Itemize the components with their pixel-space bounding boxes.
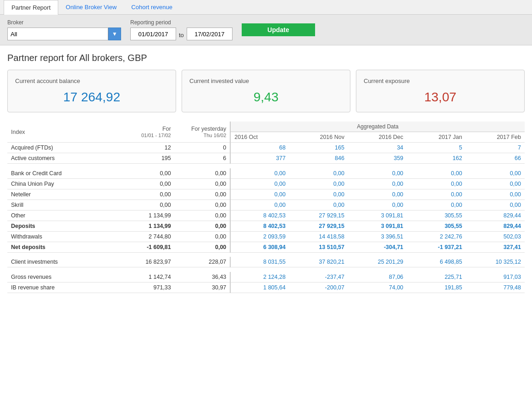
cell-oct: 0,00 bbox=[230, 168, 289, 179]
cell-nov: 37 820,21 bbox=[289, 257, 348, 267]
broker-input[interactable] bbox=[7, 28, 108, 40]
cell-dec: 0,00 bbox=[348, 200, 407, 210]
cell-feb: 10 325,12 bbox=[466, 257, 525, 267]
card-account-balance: Current account balance 17 264,92 bbox=[7, 70, 176, 112]
cell-feb: 502,03 bbox=[466, 231, 525, 242]
col-header-jan: 2017 Jan bbox=[407, 132, 466, 143]
period-from-input[interactable] bbox=[130, 28, 176, 40]
cell-yesterday: 36,43 bbox=[175, 272, 231, 283]
broker-select-wrap: ▼ bbox=[7, 28, 121, 40]
col-header-yesterday: For yesterday Thu 16/02 bbox=[175, 122, 231, 143]
cell-feb: 7 bbox=[466, 143, 525, 153]
cell-yesterday: 228,07 bbox=[175, 257, 231, 267]
col-header-dec: 2016 Dec bbox=[348, 132, 407, 143]
table-spacer bbox=[7, 252, 525, 257]
cell-jan: 2 242,76 bbox=[407, 231, 466, 242]
cell-for: 1 134,99 bbox=[106, 221, 175, 231]
cell-jan: 305,55 bbox=[407, 210, 466, 221]
cell-dec: 74,00 bbox=[348, 282, 407, 293]
cell-oct: 0,00 bbox=[230, 178, 289, 189]
cell-jan: 162 bbox=[407, 153, 466, 164]
col-header-feb: 2017 Feb bbox=[466, 132, 525, 143]
cell-index: Other bbox=[7, 210, 106, 221]
cell-index: IB revenue share bbox=[7, 282, 106, 293]
cell-oct: 0,00 bbox=[230, 200, 289, 210]
filter-bar: Broker ▼ Reporting period to Update bbox=[0, 15, 532, 45]
cell-index: China Union Pay bbox=[7, 178, 106, 189]
cell-for: 0,00 bbox=[106, 189, 175, 200]
cell-feb: 0,00 bbox=[466, 200, 525, 210]
card-invested-value-label: Current invested value bbox=[189, 78, 343, 84]
cell-for: 1 142,74 bbox=[106, 272, 175, 283]
cell-yesterday: 0,00 bbox=[175, 242, 231, 252]
cell-nov: 27 929,15 bbox=[289, 210, 348, 221]
cell-index: Bank or Credit Card bbox=[7, 168, 106, 179]
cell-jan: 6 498,85 bbox=[407, 257, 466, 267]
period-label: Reporting period bbox=[130, 19, 233, 26]
table-row: Other1 134,990,008 402,5327 929,153 091,… bbox=[7, 210, 525, 221]
col-header-aggregated: Aggregated Data bbox=[230, 122, 525, 132]
period-to-input[interactable] bbox=[187, 28, 233, 40]
cell-oct: 2 124,28 bbox=[230, 272, 289, 283]
tab-partner-report[interactable]: Partner Report bbox=[4, 0, 58, 15]
cell-feb: 66 bbox=[466, 153, 525, 164]
card-exposure-label: Current exposure bbox=[364, 78, 517, 84]
cell-dec: 3 396,51 bbox=[348, 231, 407, 242]
cell-for: 16 823,97 bbox=[106, 257, 175, 267]
cell-yesterday: 0,00 bbox=[175, 200, 231, 210]
cell-jan: 305,55 bbox=[407, 221, 466, 231]
tab-online-broker-view[interactable]: Online Broker View bbox=[58, 0, 124, 15]
cell-dec: 34 bbox=[348, 143, 407, 153]
broker-filter-group: Broker ▼ bbox=[7, 19, 121, 40]
cell-feb: 779,48 bbox=[466, 282, 525, 293]
table-row: Bank or Credit Card0,000,000,000,000,000… bbox=[7, 168, 525, 179]
cell-dec: 25 201,29 bbox=[348, 257, 407, 267]
update-button[interactable]: Update bbox=[242, 23, 315, 36]
col-header-for: For 01/01 - 17/02 bbox=[106, 122, 175, 143]
table-row: IB revenue share971,3330,971 805,64-200,… bbox=[7, 282, 525, 293]
cell-jan: 225,71 bbox=[407, 272, 466, 283]
cell-for: 2 744,80 bbox=[106, 231, 175, 242]
cell-for: 971,33 bbox=[106, 282, 175, 293]
period-inputs: to bbox=[130, 28, 233, 40]
cell-yesterday: 0,00 bbox=[175, 189, 231, 200]
table-spacer bbox=[7, 267, 525, 272]
table-row: Net deposits-1 609,810,006 308,9413 510,… bbox=[7, 242, 525, 252]
cell-dec: 3 091,81 bbox=[348, 210, 407, 221]
cell-oct: 2 093,59 bbox=[230, 231, 289, 242]
cell-oct: 0,00 bbox=[230, 189, 289, 200]
cell-nov: 0,00 bbox=[289, 189, 348, 200]
table-row: Skrill0,000,000,000,000,000,000,00 bbox=[7, 200, 525, 210]
cell-yesterday: 0,00 bbox=[175, 221, 231, 231]
cell-for: 1 134,99 bbox=[106, 210, 175, 221]
cell-jan: 0,00 bbox=[407, 178, 466, 189]
cell-index: Neteller bbox=[7, 189, 106, 200]
cell-nov: 13 510,57 bbox=[289, 242, 348, 252]
cell-for: 195 bbox=[106, 153, 175, 164]
cell-dec: 359 bbox=[348, 153, 407, 164]
table-row: Client investments16 823,97228,078 031,5… bbox=[7, 257, 525, 267]
table-row: Gross revenues1 142,7436,432 124,28-237,… bbox=[7, 272, 525, 283]
table-row: Deposits1 134,990,008 402,5327 929,153 0… bbox=[7, 221, 525, 231]
cell-index: Active customers bbox=[7, 153, 106, 164]
cell-jan: 5 bbox=[407, 143, 466, 153]
cell-jan: -1 937,21 bbox=[407, 242, 466, 252]
cell-oct: 8 402,53 bbox=[230, 210, 289, 221]
cell-nov: 846 bbox=[289, 153, 348, 164]
summary-cards: Current account balance 17 264,92 Curren… bbox=[7, 70, 525, 112]
cell-index: Net deposits bbox=[7, 242, 106, 252]
cell-dec: -304,71 bbox=[348, 242, 407, 252]
card-account-balance-label: Current account balance bbox=[15, 78, 168, 84]
cell-dec: 0,00 bbox=[348, 189, 407, 200]
cell-feb: 0,00 bbox=[466, 178, 525, 189]
table-spacer bbox=[7, 164, 525, 168]
broker-dropdown-button[interactable]: ▼ bbox=[108, 28, 121, 40]
cell-yesterday: 0,00 bbox=[175, 178, 231, 189]
report-title: Partner report for All brokers, GBP bbox=[7, 53, 525, 63]
tab-cohort-revenue[interactable]: Cohort revenue bbox=[124, 0, 180, 15]
cell-for: 0,00 bbox=[106, 168, 175, 179]
cell-for: 0,00 bbox=[106, 200, 175, 210]
card-invested-value: Current invested value 9,43 bbox=[182, 70, 350, 112]
table-row: Withdrawals2 744,800,002 093,5914 418,58… bbox=[7, 231, 525, 242]
cell-yesterday: 0,00 bbox=[175, 210, 231, 221]
